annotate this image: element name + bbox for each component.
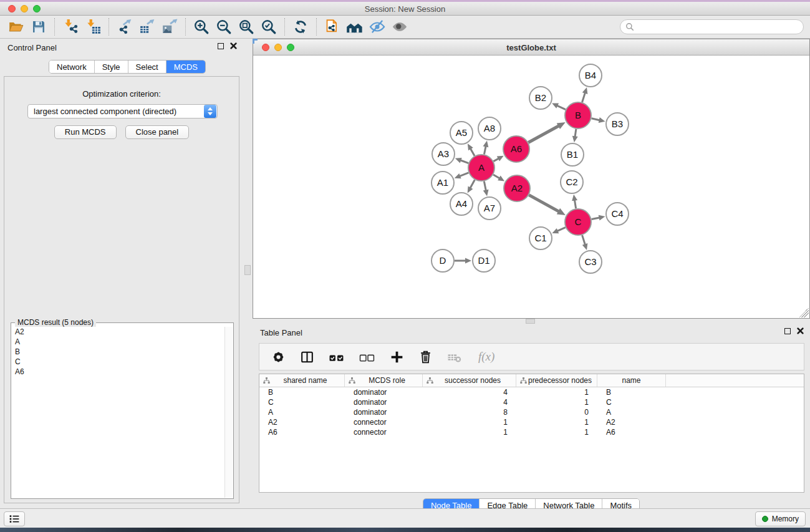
float-panel-button[interactable] (218, 43, 224, 49)
zoom-out-button[interactable] (213, 17, 235, 37)
column-header-shared-name[interactable]: shared name (259, 374, 345, 387)
graph-edge-B-B2[interactable] (556, 105, 566, 110)
table-cell-predecessor-nodes[interactable]: 1 (516, 427, 597, 437)
mcds-result-item[interactable]: A6 (12, 367, 224, 377)
table-cell-mcds-role[interactable]: connector (345, 417, 423, 427)
hide-selected-button[interactable] (366, 17, 388, 37)
window-resize-grip[interactable] (799, 307, 809, 317)
horizontal-splitter-handle[interactable] (526, 319, 535, 324)
create-column-button[interactable] (389, 349, 405, 365)
table-cell-shared-name[interactable]: A (259, 407, 345, 417)
tab-style[interactable]: Style (95, 60, 128, 73)
graph-edge-A-A4[interactable] (470, 180, 475, 188)
column-header-predecessor-nodes[interactable]: predecessor nodes (516, 374, 597, 387)
table-cell-mcds-role[interactable]: connector (345, 427, 423, 437)
graph-edge-B-B4[interactable] (582, 92, 586, 102)
new-network-from-selection-button[interactable] (321, 17, 344, 37)
unselect-all-columns-button[interactable] (359, 349, 376, 365)
table-cell-successor-nodes[interactable]: 1 (423, 427, 516, 437)
table-cell-predecessor-nodes[interactable]: 1 (516, 417, 597, 427)
graph-edge-C-C2[interactable] (574, 200, 576, 209)
mcds-result-item[interactable]: C (12, 357, 224, 367)
graph-edge-A-A3[interactable] (460, 160, 468, 163)
mcds-result-item[interactable]: A (12, 337, 224, 347)
graph-edge-B-B1[interactable] (575, 129, 576, 138)
table-cell-shared-name[interactable]: A2 (259, 417, 345, 427)
close-panel-icon[interactable] (230, 42, 237, 49)
tab-mcds[interactable]: MCDS (166, 60, 205, 73)
graph-edge-A-A5[interactable] (470, 148, 475, 156)
graph-edge-C-C3[interactable] (582, 235, 586, 245)
table-cell-successor-nodes[interactable]: 4 (423, 397, 516, 407)
table-cell-predecessor-nodes[interactable]: 1 (516, 397, 597, 407)
import-network-button[interactable] (59, 17, 82, 37)
export-image-button[interactable] (158, 17, 181, 37)
graph-edge-A-A7[interactable] (484, 181, 486, 191)
mcds-result-item[interactable]: B (12, 347, 224, 357)
table-cell-successor-nodes[interactable]: 4 (423, 387, 516, 397)
tab-select[interactable]: Select (128, 60, 166, 73)
table-cell-shared-name[interactable]: B (259, 387, 345, 397)
table-cell-successor-nodes[interactable]: 1 (423, 417, 516, 427)
table-row[interactable]: Bdominator41B (259, 387, 804, 397)
table-row[interactable]: A2connector11A2 (259, 417, 804, 427)
table-cell-predecessor-nodes[interactable]: 1 (516, 387, 597, 397)
criterion-dropdown[interactable]: largest connected component (directed) (27, 104, 218, 118)
zoom-in-button[interactable] (190, 17, 213, 37)
memory-button[interactable]: Memory (755, 511, 806, 526)
close-panel-button[interactable]: Close panel (125, 125, 190, 139)
search-field[interactable] (620, 19, 804, 34)
column-header-mcds-role[interactable]: MCDS role (345, 374, 423, 387)
table-cell-successor-nodes[interactable]: 8 (423, 407, 516, 417)
show-graphics-details-button[interactable] (388, 17, 411, 37)
mcds-result-scrollbar[interactable] (224, 327, 233, 498)
search-input[interactable] (634, 22, 790, 31)
mcds-result-list[interactable]: A2ABCA6 (12, 327, 224, 498)
table-cell-mcds-role[interactable]: dominator (345, 407, 423, 417)
table-cell-mcds-role[interactable]: dominator (345, 387, 423, 397)
vertical-splitter[interactable] (243, 39, 253, 508)
table-cell-shared-name[interactable]: C (259, 397, 345, 407)
first-neighbors-button[interactable] (344, 17, 366, 37)
export-network-button[interactable] (113, 17, 136, 37)
table-cell-predecessor-nodes[interactable]: 0 (516, 407, 597, 417)
table-row[interactable]: A6connector11A6 (259, 427, 804, 437)
run-mcds-button[interactable]: Run MCDS (54, 125, 117, 139)
close-table-panel-icon[interactable] (797, 327, 804, 334)
task-history-button[interactable] (4, 511, 25, 526)
mcds-result-item[interactable]: A2 (12, 327, 224, 337)
graph-edge-C-C4[interactable] (592, 218, 600, 220)
table-cell-shared-name[interactable]: A6 (259, 427, 345, 437)
table-cell-name[interactable]: A (597, 407, 666, 417)
column-header-name[interactable]: name (597, 374, 666, 387)
table-row[interactable]: Cdominator41C (259, 397, 804, 407)
tab-network[interactable]: Network (49, 60, 95, 73)
save-session-button[interactable] (27, 17, 50, 37)
graph-edge-C-C1[interactable] (557, 228, 566, 231)
open-file-button[interactable] (5, 17, 27, 37)
show-columns-button[interactable] (299, 349, 315, 365)
graph-edge-A6-B[interactable] (528, 125, 559, 142)
vertical-splitter-handle[interactable] (244, 265, 251, 275)
zoom-selected-button[interactable] (258, 17, 280, 37)
delete-columns-button[interactable] (418, 349, 433, 365)
table-options-button[interactable] (271, 349, 286, 365)
table-cell-name[interactable]: A2 (597, 417, 666, 427)
graph-edge-A2-C[interactable] (529, 195, 559, 212)
zoom-fit-button[interactable] (235, 17, 258, 37)
export-table-button[interactable] (136, 17, 158, 37)
select-all-columns-button[interactable] (328, 349, 345, 365)
network-graph-canvas[interactable]: AA1A2A3A4A5A6A7A8BB1B2B3B4CC1C2C3C4DD1 (253, 56, 809, 318)
table-cell-name[interactable]: B (597, 387, 666, 397)
table-row[interactable]: Adominator80A (259, 407, 804, 417)
graph-edge-A-A1[interactable] (459, 173, 468, 177)
refresh-button[interactable] (289, 17, 312, 37)
graph-edge-A-A8[interactable] (484, 145, 486, 154)
table-cell-mcds-role[interactable]: dominator (345, 397, 423, 407)
table-cell-name[interactable]: A6 (597, 427, 666, 437)
graph-edge-B-B3[interactable] (591, 118, 600, 120)
column-header-successor-nodes[interactable]: successor nodes (423, 374, 516, 387)
float-table-panel-button[interactable] (784, 328, 791, 334)
table-cell-name[interactable]: C (597, 397, 666, 407)
import-table-button[interactable] (82, 17, 104, 37)
